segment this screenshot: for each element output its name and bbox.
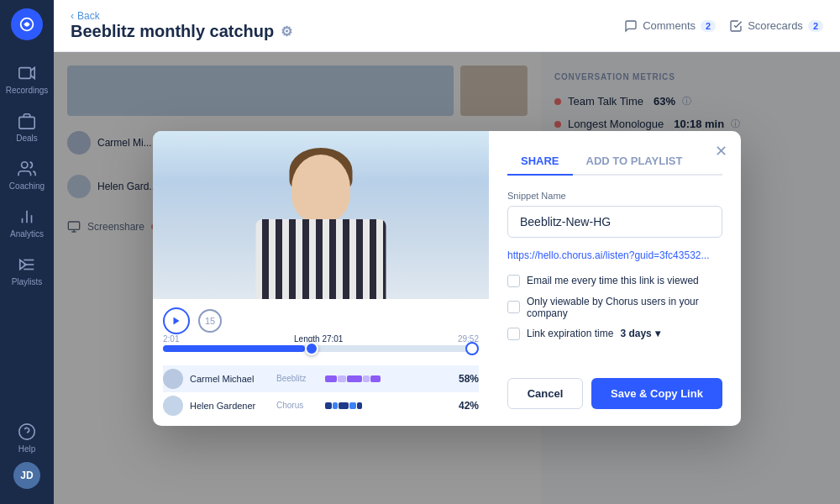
modal-sp-avatar-helen <box>163 396 183 416</box>
modal-speakers-area: Carmel Michael Beeblitz 58% <box>153 359 489 426</box>
video-preview-frame <box>153 131 489 299</box>
modal-sp-pct-helen: 42% <box>449 400 479 412</box>
modal-sp-company-carmel: Beeblitz <box>276 374 318 383</box>
video-icon <box>18 64 36 82</box>
sidebar-item-recordings[interactable]: Recordings <box>0 55 54 103</box>
bar-chunk <box>349 402 356 409</box>
timeline-thumb-end[interactable] <box>465 342 479 355</box>
analytics-icon <box>18 207 36 226</box>
svg-point-11 <box>19 424 34 439</box>
expiry-value: 3 days <box>620 328 651 339</box>
modal-sp-avatar-carmel <box>163 369 183 389</box>
person-head <box>291 155 350 222</box>
expiry-select[interactable]: 3 days ▾ <box>620 328 659 339</box>
app-logo[interactable] <box>11 8 43 40</box>
main-content: ‹ Back Beeblitz monthly catchup ⚙ Commen… <box>54 0 840 504</box>
bar-chunk <box>333 402 338 409</box>
bar-chunk <box>370 375 381 382</box>
bar-chunk <box>338 375 346 382</box>
user-avatar[interactable]: JD <box>13 462 40 489</box>
briefcase-icon <box>18 112 36 130</box>
replay-button[interactable]: 15 <box>198 309 222 333</box>
snippet-name-input[interactable] <box>507 206 722 238</box>
chorus-logo-icon <box>18 15 36 34</box>
modal-sp-name-carmel: Carmel Michael <box>190 374 270 384</box>
bar-chunk <box>325 375 337 382</box>
modal-video-panel: 15 2:01 Length 27:01 29:52 <box>153 131 489 426</box>
sidebar-item-playlists[interactable]: Playlists <box>0 247 54 295</box>
checkbox-chorus-only: Only viewable by Chorus users in your co… <box>507 296 722 319</box>
sidebar-item-label: Help <box>18 444 36 454</box>
sidebar-item-help[interactable]: Help <box>13 414 40 462</box>
chevron-down-icon: ▾ <box>655 328 660 339</box>
modal-actions: Cancel Save & Copy Link <box>507 378 722 409</box>
share-link[interactable]: https://hello.chorus.ai/listen?guid=3fc4… <box>507 249 722 261</box>
timeline-track[interactable] <box>163 345 479 352</box>
page-header: ‹ Back Beeblitz monthly catchup ⚙ Commen… <box>54 0 840 52</box>
tab-add-to-playlist[interactable]: ADD TO PLAYLIST <box>573 148 696 176</box>
timeline-start: 2:01 <box>163 334 179 344</box>
settings-icon[interactable]: ⚙ <box>281 24 292 39</box>
sidebar-item-label: Playlists <box>12 277 43 286</box>
modal-sp-bars-carmel <box>325 374 442 384</box>
modal-sp-pct-carmel: 58% <box>449 373 479 385</box>
tab-share[interactable]: SHARE <box>507 148 573 176</box>
play-icon <box>171 316 181 326</box>
checkbox-email-input[interactable] <box>507 275 520 287</box>
checkbox-chorus-input[interactable] <box>507 301 520 313</box>
bar-chunk <box>357 402 362 409</box>
play-button[interactable] <box>163 307 190 334</box>
video-person-bg <box>153 131 489 299</box>
modal-speaker-row-carmel: Carmel Michael Beeblitz 58% <box>163 365 479 392</box>
checkbox-email-notify: Email me every time this link is viewed <box>507 275 722 287</box>
sidebar-item-label: Recordings <box>6 86 49 95</box>
svg-marker-10 <box>20 260 26 270</box>
modal-share-panel: SHARE ADD TO PLAYLIST Snippet Name https… <box>489 131 741 426</box>
comments-button[interactable]: Comments 2 <box>624 19 716 33</box>
coaching-icon <box>18 160 36 178</box>
page-body: Carmel Mi... Helen Gard... <box>54 52 840 504</box>
user-initials: JD <box>20 470 33 481</box>
sidebar: Recordings Deals Coaching Analytics <box>0 0 54 504</box>
modal-overlay[interactable]: ✕ <box>54 52 840 504</box>
share-modal: ✕ <box>153 131 741 426</box>
sidebar-item-deals[interactable]: Deals <box>0 103 54 151</box>
expiry-label: Link expiration time <box>527 328 613 339</box>
expiry-row: Link expiration time 3 days ▾ <box>507 328 722 340</box>
modal-tabs: SHARE ADD TO PLAYLIST <box>507 148 722 176</box>
sidebar-item-label: Deals <box>16 134 38 143</box>
replay-icon: 15 <box>205 316 215 326</box>
scorecards-badge: 2 <box>808 20 823 32</box>
help-icon <box>18 423 36 441</box>
timeline-thumb-start[interactable] <box>305 342 318 355</box>
modal-speaker-row-helen: Helen Gardener Chorus 42% <box>163 392 479 419</box>
scorecards-button[interactable]: Scorecards 2 <box>729 19 823 33</box>
timeline-fill <box>163 345 305 352</box>
svg-point-3 <box>22 162 28 168</box>
person-shirt <box>256 219 386 299</box>
modal-sp-bars-helen <box>325 401 442 411</box>
close-icon: ✕ <box>715 142 727 160</box>
timeline-labels: 2:01 Length 27:01 29:52 <box>163 334 479 344</box>
sidebar-item-analytics[interactable]: Analytics <box>0 199 54 247</box>
back-link[interactable]: ‹ Back <box>71 10 292 22</box>
comments-icon <box>624 19 638 33</box>
sidebar-item-coaching[interactable]: Coaching <box>0 151 54 199</box>
save-copy-link-button[interactable]: Save & Copy Link <box>591 378 722 409</box>
sidebar-item-label: Analytics <box>10 229 44 239</box>
checkbox-expiry-input[interactable] <box>507 328 520 340</box>
cancel-button[interactable]: Cancel <box>507 378 583 409</box>
svg-rect-2 <box>19 117 34 129</box>
modal-close-button[interactable]: ✕ <box>711 141 731 161</box>
comments-badge: 2 <box>701 20 716 32</box>
sidebar-item-label: Coaching <box>9 181 45 191</box>
bar-chunk <box>339 402 349 409</box>
scorecards-icon <box>729 19 743 33</box>
snippet-name-label: Snippet Name <box>507 191 722 201</box>
back-arrow-icon: ‹ <box>71 10 74 22</box>
comments-label: Comments <box>643 19 696 32</box>
page-title: Beeblitz monthly catchup ⚙ <box>71 22 292 41</box>
checkbox-email-label: Email me every time this link is viewed <box>527 275 699 286</box>
svg-marker-16 <box>174 317 180 324</box>
header-right: Comments 2 Scorecards 2 <box>624 19 823 33</box>
